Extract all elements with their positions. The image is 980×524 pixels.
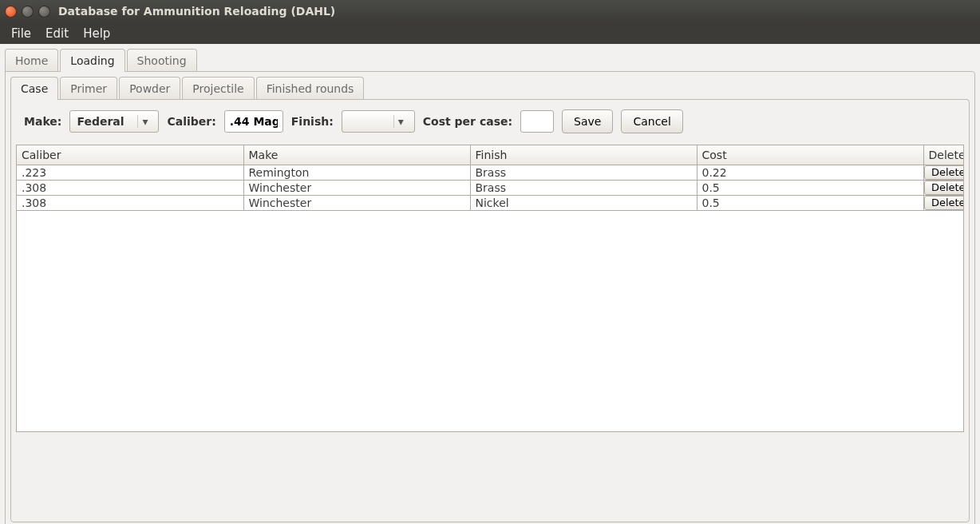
cell-delete: Delete — [923, 165, 964, 181]
cell-finish: Brass — [470, 181, 697, 196]
caliber-input[interactable] — [224, 110, 283, 133]
table-row[interactable]: .308WinchesterBrass0.5Delete — [17, 181, 964, 196]
chevron-down-icon: ▾ — [137, 115, 152, 128]
case-panel: Make: Federal ▾ Caliber: Finish: ▾ Cost … — [10, 99, 970, 522]
cell-caliber: .308 — [17, 196, 243, 211]
loading-subtabs: Case Primer Powder Projectile Finished r… — [10, 77, 970, 100]
window-minimize-button[interactable] — [22, 6, 34, 18]
subtab-primer[interactable]: Primer — [60, 77, 117, 100]
delete-button[interactable]: Delete — [924, 196, 965, 210]
subtab-projectile[interactable]: Projectile — [182, 77, 254, 100]
cell-delete: Delete — [923, 196, 964, 211]
subtab-powder[interactable]: Powder — [119, 77, 180, 100]
menu-file[interactable]: File — [5, 25, 38, 42]
client-area: Home Loading Shooting Case Primer Powder… — [0, 44, 980, 524]
chevron-down-icon: ▾ — [393, 115, 408, 128]
table-header-row: Caliber Make Finish Cost Delete — [17, 145, 964, 165]
menubar: File Edit Help — [0, 22, 980, 44]
delete-button[interactable]: Delete — [924, 181, 965, 195]
window-title: Database for Ammunition Reloading (DAHL) — [58, 5, 335, 18]
menu-edit[interactable]: Edit — [39, 25, 75, 42]
cancel-button[interactable]: Cancel — [621, 109, 682, 133]
make-label: Make: — [24, 115, 61, 128]
menu-help[interactable]: Help — [77, 25, 117, 42]
make-select-value: Federal — [77, 115, 132, 128]
cell-make: Winchester — [243, 196, 470, 211]
cost-input[interactable] — [520, 110, 554, 133]
cell-finish: Brass — [470, 165, 697, 181]
main-tabs: Home Loading Shooting — [5, 49, 975, 72]
make-select[interactable]: Federal ▾ — [69, 110, 159, 133]
tab-loading[interactable]: Loading — [60, 49, 124, 72]
table-row[interactable]: .223RemingtonBrass0.22Delete — [17, 165, 964, 181]
cell-delete: Delete — [923, 181, 964, 196]
cell-cost: 0.5 — [697, 196, 923, 211]
col-make[interactable]: Make — [243, 145, 470, 165]
col-cost[interactable]: Cost — [697, 145, 923, 165]
finish-label: Finish: — [291, 115, 334, 128]
tab-shooting[interactable]: Shooting — [127, 49, 197, 72]
window-close-button[interactable] — [5, 6, 17, 18]
subtab-case[interactable]: Case — [10, 77, 58, 100]
window-maximize-button[interactable] — [38, 6, 50, 18]
caliber-label: Caliber: — [167, 115, 215, 128]
cell-make: Remington — [243, 165, 470, 181]
loading-panel: Case Primer Powder Projectile Finished r… — [5, 71, 975, 524]
col-finish[interactable]: Finish — [470, 145, 697, 165]
table-row[interactable]: .308WinchesterNickel0.5Delete — [17, 196, 964, 211]
cell-cost: 0.22 — [697, 165, 923, 181]
cell-finish: Nickel — [470, 196, 697, 211]
cell-caliber: .308 — [17, 181, 243, 196]
cell-cost: 0.5 — [697, 181, 923, 196]
titlebar: Database for Ammunition Reloading (DAHL) — [0, 0, 980, 22]
window-controls — [5, 6, 50, 18]
delete-button[interactable]: Delete — [924, 165, 965, 180]
col-delete[interactable]: Delete — [923, 145, 964, 165]
subtab-finished[interactable]: Finished rounds — [256, 77, 365, 100]
cell-make: Winchester — [243, 181, 470, 196]
case-table: Caliber Make Finish Cost Delete .223Remi… — [16, 145, 964, 432]
finish-select[interactable]: ▾ — [342, 110, 415, 133]
col-caliber[interactable]: Caliber — [17, 145, 243, 165]
tab-home[interactable]: Home — [5, 49, 58, 72]
cost-label: Cost per case: — [423, 115, 512, 128]
case-form-row: Make: Federal ▾ Caliber: Finish: ▾ Cost … — [16, 105, 964, 145]
save-button[interactable]: Save — [562, 109, 613, 133]
cell-caliber: .223 — [17, 165, 243, 181]
